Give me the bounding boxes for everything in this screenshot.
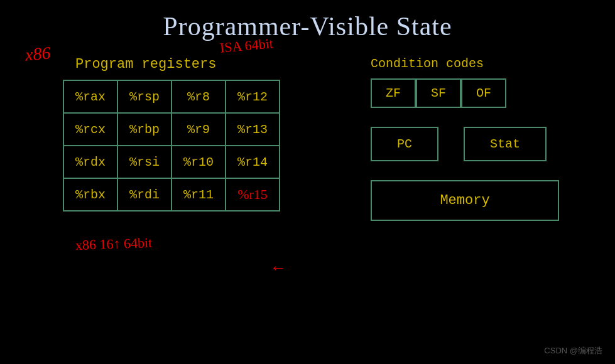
stat-box: Stat <box>464 127 547 161</box>
reg-r14: %r14 <box>226 146 280 178</box>
reg-r11: %r11 <box>171 178 226 211</box>
table-row: %rdx %rsi %r10 %r14 <box>63 146 280 178</box>
memory-box: Memory <box>371 180 559 221</box>
table-row: %rbx %rdi %r11 %r15 <box>63 178 280 211</box>
watermark: CSDN @编程浩 <box>544 345 602 356</box>
reg-rbp: %rbp <box>117 113 171 146</box>
reg-rsi: %rsi <box>117 146 171 178</box>
reg-r12: %r12 <box>226 80 280 113</box>
arrow-annotation: ← <box>270 259 286 277</box>
reg-r13: %r13 <box>226 113 280 146</box>
reg-r9: %r9 <box>171 113 226 146</box>
program-registers-label: Program registers <box>75 56 320 72</box>
condition-codes-boxes: ZF SF OF <box>371 78 597 108</box>
pc-box: PC <box>371 127 438 161</box>
table-row: %rcx %rbp %r9 %r13 <box>63 113 280 146</box>
reg-r10: %r10 <box>171 146 226 178</box>
reg-rax: %rax <box>63 80 117 113</box>
reg-rcx: %rcx <box>63 113 117 146</box>
pc-stat-row: PC Stat <box>371 127 597 161</box>
reg-r15: %r15 <box>226 178 280 211</box>
reg-rbx: %rbx <box>63 178 117 211</box>
reg-rsp: %rsp <box>117 80 171 113</box>
reg-rdx: %rdx <box>63 146 117 178</box>
reg-rdi: %rdi <box>117 178 171 211</box>
right-section: Condition codes ZF SF OF PC Stat Memory <box>371 56 597 221</box>
table-row: %rax %rsp %r8 %r12 <box>63 80 280 113</box>
code-box-zf: ZF <box>371 78 416 108</box>
page-title: Programmer-Visible State <box>0 0 615 41</box>
code-box-sf: SF <box>416 78 461 108</box>
condition-codes-label: Condition codes <box>371 56 597 71</box>
left-section: x86 Program registers ISA 64bit %rax %rs… <box>25 56 320 211</box>
reg-r8: %r8 <box>171 80 226 113</box>
code-box-of: OF <box>461 78 506 108</box>
registers-table: %rax %rsp %r8 %r12 %rcx %rbp %r9 %r13 %r… <box>63 80 280 211</box>
annotation-bottom: x86 16↑ 64bit <box>75 235 153 254</box>
